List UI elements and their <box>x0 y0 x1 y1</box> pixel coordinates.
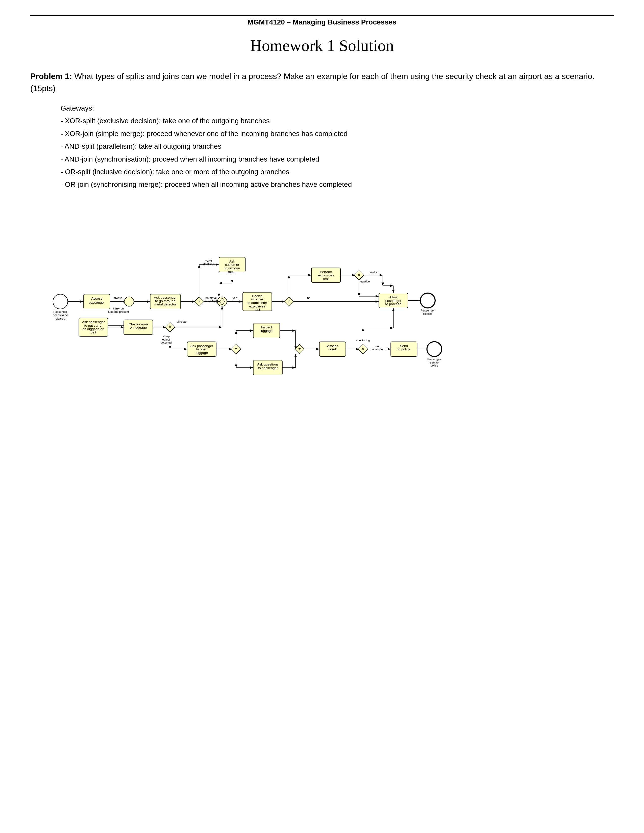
check2: on luggage <box>130 326 147 330</box>
gateway-item-4: - AND-join (synchronisation): proceed wh… <box>61 153 614 166</box>
xor-symbol2: × <box>288 299 290 304</box>
label-luggage: luggage present <box>108 310 129 313</box>
course-subtitle: Managing Business Processes <box>293 18 396 26</box>
header-line <box>30 15 614 16</box>
xor-symbol4: × <box>169 325 171 329</box>
end2-label2: sent to <box>430 361 439 364</box>
problem-section: Problem 1: What types of splits and join… <box>30 70 614 191</box>
page-title: Homework 1 Solution <box>30 36 614 55</box>
allow3: to proceed <box>385 302 401 306</box>
open3: luggage <box>196 351 208 355</box>
course-code: MGMT4120 <box>248 18 285 26</box>
end1-label2: cleared <box>423 312 433 315</box>
end1-label1: Passenger <box>421 309 435 312</box>
label-sharp2: object <box>162 338 170 341</box>
problem-question: What types of splits and joins can we mo… <box>30 72 594 93</box>
separator: – <box>285 18 293 26</box>
start-label2: needs to be <box>53 314 68 317</box>
label-not-conv2: convincing <box>371 348 385 351</box>
label-always: always <box>114 296 122 299</box>
gateway-item-1: - XOR-split (exclusive decision): take o… <box>61 114 614 127</box>
label-no-metal2: identified <box>205 300 217 303</box>
label-metal-identified2: identified <box>203 262 214 265</box>
inspect2: luggage <box>260 329 272 333</box>
perform3: test <box>323 277 329 281</box>
gateway-item-3: - AND-split (parallelism): take all outg… <box>61 140 614 153</box>
bpmn-diagram: Passenger needs to be cleared Assess pas… <box>30 201 614 428</box>
and-symbol1: + <box>235 346 237 351</box>
gateway-item-5: - OR-split (inclusive decision): take on… <box>61 166 614 178</box>
label-no-metal: no metal <box>205 296 216 299</box>
end-event2 <box>427 341 442 356</box>
police2: to police <box>398 347 411 351</box>
and-symbol2: + <box>298 346 301 351</box>
end-event1 <box>420 293 435 308</box>
header-text: MGMT4120 – Managing Business Processes <box>30 18 614 26</box>
label-not-conv: not <box>375 344 380 347</box>
assess-label2: passenger <box>89 301 105 304</box>
end2-label1: Passenger <box>427 358 441 361</box>
xor-join1 <box>124 297 134 306</box>
carryon4: belt <box>91 330 96 334</box>
xor-symbol5: × <box>362 347 364 351</box>
label-carryon: carry-on <box>113 307 124 310</box>
start-label: Passenger <box>53 310 67 313</box>
gateways-header: Gateways: <box>61 102 614 114</box>
ask-metal3: metal detector <box>154 302 176 306</box>
decide5: test <box>254 308 260 312</box>
label-allclear: all clear <box>177 320 187 323</box>
start-event <box>53 294 68 309</box>
gateway-item-2: - XOR-join (simple merge): proceed whene… <box>61 127 614 140</box>
label-no: no <box>307 296 311 299</box>
xor-symbol1: × <box>198 299 200 304</box>
problem-label: Problem 1: <box>30 72 72 81</box>
label-negative: negative <box>359 280 370 283</box>
label-sharp1: sharp <box>163 335 170 338</box>
questions2: to passenger <box>258 366 278 370</box>
label-metal-identified: metal <box>205 259 212 262</box>
end2-label3: police <box>431 364 438 367</box>
answer-text: Gateways: - XOR-split (exclusive decisio… <box>61 102 614 191</box>
assess-result2: result <box>328 347 336 351</box>
xor-symbol3: × <box>358 273 360 277</box>
assess-label1: Assess <box>91 297 102 301</box>
label-yes: yes <box>233 296 237 299</box>
start-label3: cleared <box>56 317 65 320</box>
gateway-item-6: - OR-join (synchronising merge): proceed… <box>61 178 614 191</box>
label-positive: positive <box>369 270 378 273</box>
problem-statement: Problem 1: What types of splits and join… <box>30 70 614 95</box>
